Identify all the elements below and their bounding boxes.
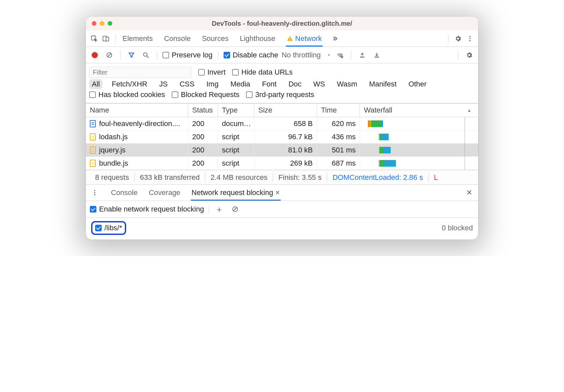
sort-caret-icon: ▲ [467, 108, 472, 113]
filter-type-other[interactable]: Other [406, 79, 429, 89]
search-icon[interactable] [140, 49, 152, 61]
svg-point-5 [469, 36, 471, 37]
svg-line-19 [233, 208, 237, 211]
drawer-tab-console[interactable]: Console [110, 185, 138, 200]
hide-data-urls-label: Hide data URLs [241, 68, 293, 77]
tab-elements[interactable]: Elements [122, 31, 154, 46]
cell-time: 687 ms [317, 157, 360, 170]
close-window-button[interactable] [92, 21, 96, 26]
svg-point-10 [144, 52, 147, 56]
record-button[interactable] [89, 49, 100, 61]
cell-status: 200 [188, 130, 218, 143]
import-har-icon[interactable] [357, 49, 368, 61]
drawer-close-icon[interactable]: ✕ [464, 187, 475, 198]
tab-sources[interactable]: Sources [201, 31, 229, 46]
filter-type-ws[interactable]: WS [311, 79, 328, 89]
clear-icon[interactable] [104, 49, 115, 61]
tab-network-label: Network [295, 34, 322, 43]
filter-type-font[interactable]: Font [260, 79, 279, 89]
maximize-window-button[interactable] [108, 21, 112, 26]
svg-point-6 [469, 38, 471, 39]
cell-type: script [218, 130, 254, 143]
cell-size: 658 B [254, 117, 317, 130]
col-type[interactable]: Type [218, 104, 254, 117]
filter-toggle-icon[interactable] [126, 49, 137, 61]
svg-point-17 [94, 194, 95, 196]
filter-type-fetchxhr[interactable]: Fetch/XHR [109, 79, 150, 89]
network-row[interactable]: jquery.js200script81.0 kB501 ms [86, 144, 478, 157]
pattern-checkbox[interactable]: /libs/* [95, 224, 122, 232]
drawer-kebab-icon[interactable] [89, 187, 100, 198]
filter-input[interactable] [89, 67, 192, 78]
cell-type: script [218, 157, 254, 170]
status-resources: 2.4 MB resources [205, 173, 273, 182]
settings-icon[interactable] [452, 33, 464, 44]
throttling-dropdown[interactable]: No throttling [282, 51, 332, 59]
script-file-icon [90, 147, 96, 154]
script-file-icon [90, 160, 96, 167]
cell-size: 269 kB [254, 157, 317, 170]
network-row[interactable]: lodash.js200script96.7 kB436 ms [86, 130, 478, 144]
tab-console[interactable]: Console [163, 31, 192, 46]
network-conditions-icon[interactable] [335, 49, 346, 61]
col-time[interactable]: Time [317, 104, 360, 117]
minimize-window-button[interactable] [100, 21, 104, 26]
inspect-element-icon[interactable] [88, 33, 100, 44]
col-size[interactable]: Size [254, 104, 317, 117]
hide-data-urls-checkbox[interactable]: Hide data URLs [232, 68, 293, 77]
col-waterfall-label: Waterfall [364, 106, 392, 114]
blocked-requests-checkbox[interactable]: Blocked Requests [172, 90, 239, 99]
svg-point-7 [469, 40, 471, 41]
more-tabs-icon[interactable] [329, 33, 340, 44]
add-pattern-icon[interactable]: ＋ [214, 204, 225, 215]
tab-lighthouse[interactable]: Lighthouse [239, 31, 276, 46]
enable-blocking-checkbox[interactable]: Enable network request blocking [90, 205, 204, 213]
export-har-icon[interactable] [371, 49, 382, 61]
third-party-checkbox[interactable]: 3rd-party requests [246, 90, 314, 99]
status-load: L [429, 173, 443, 182]
devtools-window: DevTools - foul-heavenly-direction.glitc… [86, 16, 478, 240]
disable-cache-checkbox[interactable]: Disable cache [224, 51, 278, 59]
device-toolbar-icon[interactable] [100, 33, 112, 44]
filter-type-img[interactable]: Img [204, 79, 221, 89]
col-name[interactable]: Name [86, 104, 188, 117]
filter-type-all[interactable]: All [89, 79, 102, 89]
network-row[interactable]: bundle.js200script269 kB687 ms [86, 157, 478, 170]
drawer-tab-network-blocking[interactable]: Network request blocking ✕ [191, 185, 281, 200]
network-row[interactable]: foul-heavenly-direction....200docum…658 … [86, 117, 478, 130]
invert-checkbox[interactable]: Invert [198, 68, 226, 77]
filter-type-doc[interactable]: Doc [286, 79, 304, 89]
cell-type: script [218, 144, 254, 156]
cell-size: 81.0 kB [254, 144, 317, 156]
network-toolbar: Preserve log Disable cache No throttling [86, 47, 478, 63]
filter-type-wasm[interactable]: Wasm [334, 79, 360, 89]
drawer-tab-coverage[interactable]: Coverage [148, 185, 181, 200]
invert-label: Invert [207, 68, 226, 77]
has-blocked-cookies-checkbox[interactable]: Has blocked cookies [89, 90, 165, 99]
svg-rect-3 [290, 38, 290, 39]
panel-tabs: Elements Console Sources Lighthouse Netw… [122, 31, 340, 46]
has-blocked-cookies-label: Has blocked cookies [98, 90, 165, 99]
clear-patterns-icon[interactable] [229, 204, 241, 215]
main-tabbar: Elements Console Sources Lighthouse Netw… [86, 30, 478, 47]
third-party-label: 3rd-party requests [255, 90, 314, 99]
tab-network[interactable]: Network [286, 31, 323, 46]
kebab-menu-icon[interactable] [464, 33, 476, 44]
filter-type-js[interactable]: JS [157, 79, 170, 89]
network-settings-icon[interactable] [464, 49, 475, 61]
preserve-log-checkbox[interactable]: Preserve log [162, 51, 213, 59]
svg-rect-14 [375, 56, 379, 57]
col-status[interactable]: Status [188, 104, 218, 117]
svg-point-15 [94, 190, 95, 191]
filter-type-manifest[interactable]: Manifest [367, 79, 399, 89]
filter-type-css[interactable]: CSS [177, 79, 197, 89]
filter-type-media[interactable]: Media [228, 79, 253, 89]
close-tab-icon[interactable]: ✕ [275, 189, 280, 196]
svg-line-11 [147, 56, 149, 58]
drawer-tabbar: Console Coverage Network request blockin… [86, 184, 478, 201]
col-waterfall[interactable]: Waterfall ▲ [360, 104, 478, 117]
drawer-toolbar: Enable network request blocking ＋ [86, 201, 478, 218]
preserve-log-label: Preserve log [172, 51, 213, 59]
cell-status: 200 [188, 117, 218, 130]
cell-waterfall [360, 157, 478, 170]
